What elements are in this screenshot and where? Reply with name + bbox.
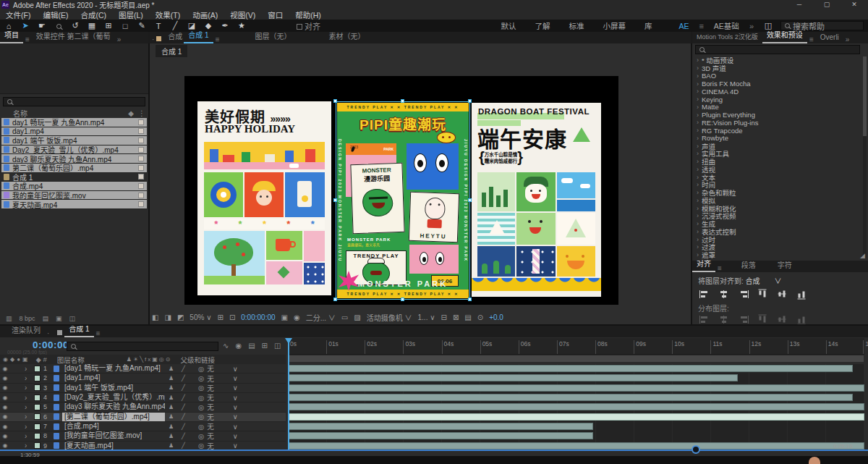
project-search-input[interactable] xyxy=(3,97,145,106)
zoom-level-dropdown[interactable]: 50% ∨ xyxy=(190,313,211,321)
tab-overlord[interactable]: Overli xyxy=(816,32,843,43)
tab-composition-name[interactable]: 合成 1 xyxy=(184,28,213,43)
quality-slash-icon[interactable]: ╱ xyxy=(177,423,190,430)
quality-switch-icon[interactable]: ♟ xyxy=(165,366,177,372)
hide-shy-layers-icon[interactable]: ▤ xyxy=(248,342,255,350)
effect-category-row[interactable]: 实用工具 xyxy=(694,150,861,158)
minimize-button[interactable]: ─ xyxy=(786,0,813,9)
parent-dropdown[interactable]: 无 xyxy=(207,421,214,431)
effect-category-row[interactable]: 表达式控制 xyxy=(694,228,861,236)
timeline-icon[interactable]: ▤ xyxy=(464,313,471,321)
mask-toggle-icon[interactable]: ⊡ xyxy=(229,313,235,321)
panel-menu-icon[interactable]: ≡ xyxy=(213,35,222,43)
quality-switch-icon[interactable]: ♟ xyxy=(165,395,177,401)
layer-name[interactable]: [我的童年回忆图鉴.mov] xyxy=(62,431,165,440)
pickwhip-icon[interactable]: ◎ xyxy=(198,423,204,431)
eye-icon[interactable]: ◉ xyxy=(0,384,10,391)
menu-item[interactable]: 图层(L) xyxy=(119,9,143,20)
effect-category-row[interactable]: 文本 xyxy=(694,173,861,181)
text-tool-icon[interactable]: T xyxy=(154,22,163,30)
layer-duration-bar[interactable] xyxy=(288,423,593,430)
grid-guides-icon[interactable]: ⊞ xyxy=(217,313,223,321)
quality-slash-icon[interactable]: ╱ xyxy=(177,413,190,420)
label-chip[interactable] xyxy=(138,147,144,153)
menu-item[interactable]: 动画(A) xyxy=(192,9,218,20)
flowchart-icon[interactable]: ⊙ xyxy=(477,313,483,321)
composition-mini-flowchart-icon[interactable]: ∿ xyxy=(223,342,229,350)
tab-effects-presets[interactable]: 效果和预设 xyxy=(762,28,807,43)
panel-menu-icon[interactable]: ≡ xyxy=(807,35,816,43)
parent-dropdown[interactable]: 无 xyxy=(207,431,214,441)
layer-name[interactable]: [day1.mp4] xyxy=(62,374,165,382)
tab-layer[interactable]: 图层（无） xyxy=(251,29,296,43)
panel-menu-icon[interactable]: ≡ xyxy=(94,329,103,337)
fast-preview-icon[interactable]: ⊠ xyxy=(453,313,459,321)
distribute-center-h-icon[interactable] xyxy=(778,315,786,325)
exposure-value[interactable]: +0.0 xyxy=(489,313,503,321)
expand-chevron-icon[interactable]: › xyxy=(25,384,34,392)
parent-dropdown[interactable]: 无 xyxy=(207,392,214,402)
timeline-layer-row[interactable]: ◉ › 3 [day1 端午 饭饭.mp4] ♟ ╱ ◎ 无 ∨ xyxy=(0,384,286,393)
layer-color-swatch[interactable] xyxy=(34,395,41,401)
playhead-line[interactable] xyxy=(288,338,289,451)
effect-category-row[interactable]: RE:Vision Plug-ins xyxy=(694,119,861,127)
timeline-layer-row[interactable]: ◉ › 4 [Day2_夏天验_雪儿（优秀）.mp4] ♟ ╱ ◎ 无 ∨ xyxy=(0,393,286,402)
workspace-tab[interactable]: 库 xyxy=(644,20,652,31)
effect-category-row[interactable]: Keying xyxy=(694,96,861,104)
resolution-dropdown[interactable]: 二分... ∨ xyxy=(306,312,336,323)
monitor-icon[interactable]: ◨ xyxy=(164,313,171,321)
align-center-v-icon[interactable] xyxy=(778,290,786,300)
layer-name[interactable]: [合成.mp4] xyxy=(62,422,165,431)
parent-dropdown[interactable]: 无 xyxy=(207,402,214,412)
expand-chevron-icon[interactable]: › xyxy=(25,413,34,421)
quality-slash-icon[interactable]: ╱ xyxy=(177,375,190,381)
maximize-button[interactable]: ▢ xyxy=(813,0,841,9)
effect-category-row[interactable]: 透视 xyxy=(694,166,861,174)
layer-duration-bar[interactable] xyxy=(288,442,864,450)
tab-overflow-icon[interactable]: » xyxy=(115,35,124,43)
quality-switch-icon[interactable]: ♟ xyxy=(165,442,177,449)
effects-scrollbar[interactable] xyxy=(863,56,867,258)
eye-icon[interactable]: ◉ xyxy=(0,433,10,439)
workspace-tab-ae-basic[interactable]: AE基础 xyxy=(714,20,739,31)
column-layer-name[interactable]: 图层名称 xyxy=(57,355,85,365)
quality-slash-icon[interactable]: ╱ xyxy=(177,404,190,410)
pickwhip-icon[interactable]: ◎ xyxy=(198,394,204,402)
parent-dropdown[interactable]: 无 xyxy=(207,412,214,422)
align-center-h-icon[interactable] xyxy=(719,290,729,298)
layer-name[interactable]: [day1 端午 饭饭.mp4] xyxy=(62,384,165,392)
label-chip[interactable] xyxy=(138,193,144,198)
selection-handle[interactable] xyxy=(401,99,404,103)
eye-icon[interactable]: ◉ xyxy=(0,423,10,430)
poster-pipi-monster-park[interactable]: TRENDY PLAY ✕ ✕ TRENDY PLAY ✕ ✕ TRENDY P… xyxy=(337,103,469,298)
layer-color-swatch[interactable] xyxy=(34,413,41,420)
effect-category-row[interactable]: 沉浸式视频 xyxy=(694,212,861,220)
quality-switch-icon[interactable]: ♟ xyxy=(165,423,177,430)
tab-overflow-icon[interactable]: » xyxy=(843,35,852,43)
tab-footage[interactable]: 素材（无） xyxy=(325,29,370,43)
eye-icon[interactable]: ◉ xyxy=(0,442,10,449)
workspace-tab[interactable]: 标准 xyxy=(569,20,584,31)
camera-dropdown[interactable]: 活动摄像机 ∨ xyxy=(367,312,412,323)
expand-chevron-icon[interactable]: › xyxy=(25,374,34,382)
work-area-bar[interactable] xyxy=(288,355,864,363)
channels-icon[interactable]: ◉ xyxy=(294,313,300,321)
motion-blur-icon[interactable]: ◫ xyxy=(274,342,281,350)
effect-category-row[interactable]: CINEMA 4D xyxy=(694,88,861,96)
interpret-footage-icon[interactable]: ▥ xyxy=(6,315,12,322)
timeline-layer-row[interactable]: ◉ › 2 [day1.mp4] ♟ ╱ ◎ 无 ∨ xyxy=(0,374,286,383)
layer-color-swatch[interactable] xyxy=(34,384,41,391)
new-composition-icon[interactable]: ▣ xyxy=(56,315,62,322)
roi-icon[interactable]: ▭ xyxy=(341,313,348,321)
eye-icon[interactable]: ◉ xyxy=(0,413,10,420)
align-bottom-icon[interactable] xyxy=(797,290,805,300)
layer-name[interactable]: [day1 畅玩一夏 九鱼Ann.mp4] xyxy=(62,364,165,373)
distribute-bottom-icon[interactable] xyxy=(739,316,749,324)
selection-handle[interactable] xyxy=(333,198,337,202)
label-chip[interactable] xyxy=(138,138,144,143)
viewer-timecode[interactable]: 0:00:00:00 xyxy=(241,313,275,321)
label-chip[interactable] xyxy=(138,165,144,171)
distribute-top-icon[interactable] xyxy=(699,316,710,324)
parent-dropdown[interactable]: 无 xyxy=(207,374,214,384)
layer-duration-bar[interactable] xyxy=(288,384,864,392)
